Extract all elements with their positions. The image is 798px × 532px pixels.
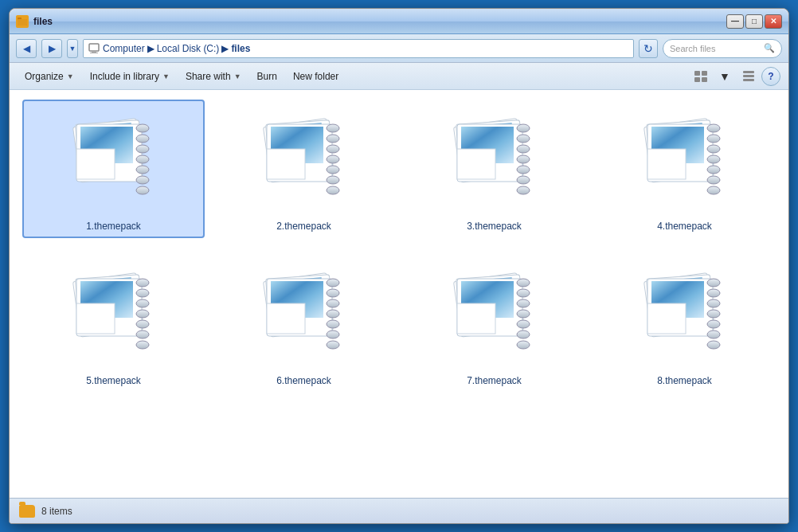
nav-dropdown-button[interactable]: ▼	[67, 39, 78, 58]
minimize-button[interactable]: —	[726, 14, 744, 29]
file-icon-4	[629, 106, 741, 217]
svg-point-66	[707, 166, 720, 174]
svg-point-54	[517, 186, 530, 194]
new-folder-label: New folder	[293, 71, 338, 82]
svg-rect-61	[647, 149, 686, 179]
refresh-button[interactable]: ↻	[639, 39, 658, 58]
file-item-4[interactable]: 4.themepack	[593, 100, 776, 238]
search-box[interactable]: Search files 🔍	[663, 39, 782, 58]
svg-rect-2	[18, 19, 27, 25]
svg-point-64	[707, 145, 720, 153]
svg-rect-117	[647, 303, 686, 334]
view-button-2[interactable]	[737, 66, 760, 87]
file-item-5[interactable]: 5.themepack	[22, 254, 205, 393]
svg-point-120	[707, 299, 720, 307]
share-with-label: Share with	[186, 71, 231, 82]
svg-point-124	[707, 341, 720, 349]
svg-rect-89	[267, 303, 305, 334]
svg-point-104	[517, 279, 530, 287]
svg-point-62	[707, 124, 720, 132]
svg-point-68	[707, 186, 720, 194]
svg-point-121	[707, 310, 720, 318]
file-item-1[interactable]: 1.themepack	[22, 100, 205, 238]
toolbar: Organize ▼ Include in library ▼ Share wi…	[10, 63, 788, 90]
file-label-8: 8.themepack	[657, 375, 712, 386]
svg-point-92	[327, 299, 339, 307]
share-with-dropdown-icon: ▼	[234, 72, 241, 80]
svg-point-94	[327, 320, 339, 328]
svg-rect-10	[743, 71, 754, 73]
view-button-1[interactable]	[690, 66, 712, 87]
address-path-bar[interactable]: Computer ▶ Local Disk (C:) ▶ files	[83, 39, 634, 58]
include-library-dropdown-icon: ▼	[162, 72, 170, 80]
svg-rect-19	[76, 149, 115, 179]
view-dropdown-button[interactable]: ▼	[714, 66, 736, 87]
svg-point-38	[327, 166, 339, 174]
svg-point-53	[517, 176, 530, 184]
svg-point-39	[327, 176, 339, 184]
burn-button[interactable]: Burn	[250, 66, 284, 87]
organize-button[interactable]: Organize ▼	[18, 66, 81, 87]
svg-rect-8	[694, 77, 700, 82]
file-item-3[interactable]: 3.themepack	[403, 100, 585, 238]
svg-point-34	[327, 124, 339, 132]
svg-point-91	[327, 289, 339, 297]
file-icon-2	[248, 106, 360, 217]
svg-point-108	[517, 320, 530, 328]
svg-point-109	[517, 331, 530, 338]
file-icon-6	[248, 260, 360, 372]
svg-point-107	[517, 310, 530, 318]
share-with-button[interactable]: Share with ▼	[178, 66, 248, 87]
svg-point-119	[707, 289, 720, 297]
titlebar-title: files	[33, 16, 53, 27]
addressbar: ◀ ▶ ▼ Computer ▶ Local Disk (C:) ▶ files…	[10, 34, 788, 63]
svg-rect-47	[457, 149, 495, 179]
file-icon-5	[58, 260, 170, 372]
titlebar-controls: — □ ✕	[726, 14, 782, 29]
svg-point-52	[517, 166, 530, 174]
svg-point-21	[136, 135, 149, 143]
file-item-6[interactable]: 6.themepack	[213, 254, 395, 393]
svg-point-122	[707, 320, 720, 328]
svg-point-22	[136, 145, 149, 153]
include-library-button[interactable]: Include in library ▼	[83, 66, 177, 87]
svg-point-50	[517, 145, 530, 153]
file-item-8[interactable]: 8.themepack	[593, 254, 776, 393]
svg-rect-9	[702, 77, 707, 82]
svg-point-36	[327, 145, 339, 153]
svg-point-23	[136, 155, 149, 163]
svg-point-35	[327, 135, 339, 143]
main-content: 1.themepack 2.themepack 3.themepack	[10, 90, 788, 498]
file-item-7[interactable]: 7.themepack	[403, 254, 585, 393]
forward-button[interactable]: ▶	[41, 39, 62, 58]
statusbar-folder-icon	[19, 505, 35, 518]
help-button[interactable]: ?	[761, 67, 780, 86]
file-icon-1	[58, 106, 170, 217]
breadcrumb-files: files	[231, 43, 250, 54]
file-icon-8	[629, 260, 741, 372]
svg-point-105	[517, 289, 530, 297]
back-button[interactable]: ◀	[16, 39, 37, 58]
svg-point-67	[707, 176, 720, 184]
svg-rect-11	[743, 75, 754, 77]
svg-point-24	[136, 166, 149, 174]
breadcrumb-arrow-2: ▶	[221, 43, 229, 54]
files-grid: 1.themepack 2.themepack 3.themepack	[22, 100, 776, 393]
svg-point-110	[517, 341, 530, 349]
close-button[interactable]: ✕	[765, 14, 782, 29]
maximize-button[interactable]: □	[745, 14, 763, 29]
new-folder-button[interactable]: New folder	[286, 66, 346, 87]
breadcrumb-computer: Computer	[103, 43, 145, 54]
file-icon-7	[439, 260, 550, 372]
file-label-3: 3.themepack	[467, 221, 522, 232]
svg-point-79	[136, 310, 149, 318]
svg-point-76	[136, 279, 149, 287]
svg-rect-33	[267, 149, 305, 179]
file-label-5: 5.themepack	[86, 375, 141, 386]
svg-point-78	[136, 299, 149, 307]
svg-point-96	[327, 341, 339, 349]
file-item-2[interactable]: 2.themepack	[213, 100, 395, 238]
svg-rect-5	[90, 53, 98, 53]
svg-rect-12	[743, 79, 754, 81]
svg-point-49	[517, 135, 530, 143]
